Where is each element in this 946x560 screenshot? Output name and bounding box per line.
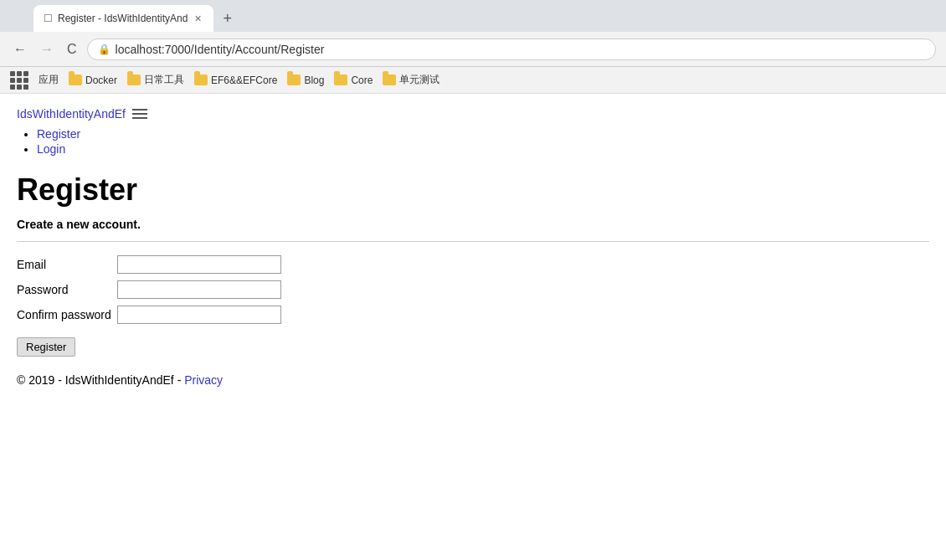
bookmark-docker-label: Docker bbox=[85, 74, 117, 86]
email-input[interactable] bbox=[117, 255, 281, 274]
confirm-password-input[interactable] bbox=[117, 306, 281, 324]
bookmark-daily-tools[interactable]: 日常工具 bbox=[127, 73, 184, 87]
bookmark-docker[interactable]: Docker bbox=[69, 74, 117, 86]
footer-text: © 2019 - IdsWithIdentityAndEf - bbox=[17, 373, 184, 387]
hamburger-menu-icon[interactable] bbox=[132, 109, 147, 119]
bookmark-ef-label: EF6&&EFCore bbox=[211, 74, 277, 86]
browser-window: ☐ Register - IdsWithIdentityAnd × + ← → … bbox=[0, 0, 946, 560]
email-group: Email bbox=[17, 255, 929, 274]
register-nav-link[interactable]: Register bbox=[37, 127, 80, 141]
form-divider bbox=[17, 241, 929, 242]
url-text: localhost:7000/Identity/Account/Register bbox=[116, 43, 325, 56]
tab-page-icon: ☐ bbox=[44, 13, 53, 24]
address-bar[interactable]: 🔒 localhost:7000/Identity/Account/Regist… bbox=[87, 39, 936, 60]
new-tab-button[interactable]: + bbox=[217, 7, 239, 31]
nav-link-register: Register bbox=[37, 127, 929, 141]
active-tab[interactable]: ☐ Register - IdsWithIdentityAnd × bbox=[33, 5, 213, 32]
app-nav-links: Register Login bbox=[17, 127, 929, 156]
page-content: IdsWithIdentityAndEf Register Login Regi… bbox=[0, 94, 946, 560]
tab-title: Register - IdsWithIdentityAnd bbox=[58, 13, 188, 24]
tab-bar: ☐ Register - IdsWithIdentityAnd × + bbox=[0, 0, 946, 32]
register-subtitle: Create a new account. bbox=[17, 218, 929, 231]
app-nav: IdsWithIdentityAndEf Register Login bbox=[17, 107, 929, 156]
folder-icon-docker bbox=[69, 74, 82, 85]
email-label: Email bbox=[17, 258, 117, 271]
app-brand-link[interactable]: IdsWithIdentityAndEf bbox=[17, 107, 126, 121]
nav-link-login: Login bbox=[37, 142, 929, 156]
apps-icon[interactable] bbox=[10, 71, 28, 90]
bookmark-blog[interactable]: Blog bbox=[287, 74, 324, 86]
privacy-link[interactable]: Privacy bbox=[184, 373, 223, 387]
password-input[interactable] bbox=[117, 280, 281, 299]
password-label: Password bbox=[17, 283, 117, 296]
bookmarks-bar: 应用 Docker 日常工具 EF6&&EFCore Blog Core 单元测… bbox=[0, 67, 946, 94]
lock-icon: 🔒 bbox=[98, 44, 111, 55]
bookmark-core[interactable]: Core bbox=[334, 74, 373, 86]
folder-icon-blog bbox=[287, 74, 301, 85]
footer: © 2019 - IdsWithIdentityAndEf - Privacy bbox=[17, 373, 929, 387]
confirm-password-label: Confirm password bbox=[17, 308, 117, 321]
nav-bar: ← → C 🔒 localhost:7000/Identity/Account/… bbox=[0, 32, 946, 67]
register-submit-button[interactable]: Register bbox=[17, 337, 75, 357]
register-form: Email Password Confirm password Register bbox=[17, 255, 929, 357]
tab-close-button[interactable]: × bbox=[193, 12, 203, 25]
back-button[interactable]: ← bbox=[10, 40, 30, 59]
folder-icon-daily-tools bbox=[127, 74, 141, 85]
refresh-button[interactable]: C bbox=[64, 40, 80, 59]
bookmark-daily-tools-label: 日常工具 bbox=[144, 73, 184, 87]
forward-button[interactable]: → bbox=[37, 40, 57, 59]
login-nav-link[interactable]: Login bbox=[37, 142, 65, 156]
confirm-password-group: Confirm password bbox=[17, 306, 929, 324]
bookmark-blog-label: Blog bbox=[304, 74, 324, 86]
folder-icon-unit-test bbox=[383, 74, 396, 85]
bookmark-core-label: Core bbox=[351, 74, 373, 86]
password-group: Password bbox=[17, 280, 929, 299]
bookmark-unit-test[interactable]: 单元测试 bbox=[383, 73, 440, 87]
apps-label[interactable]: 应用 bbox=[39, 73, 59, 87]
folder-icon-ef bbox=[194, 74, 208, 85]
folder-icon-core bbox=[334, 74, 347, 85]
bookmark-ef[interactable]: EF6&&EFCore bbox=[194, 74, 277, 86]
register-heading: Register bbox=[17, 172, 929, 208]
bookmark-unit-test-label: 单元测试 bbox=[399, 73, 440, 87]
